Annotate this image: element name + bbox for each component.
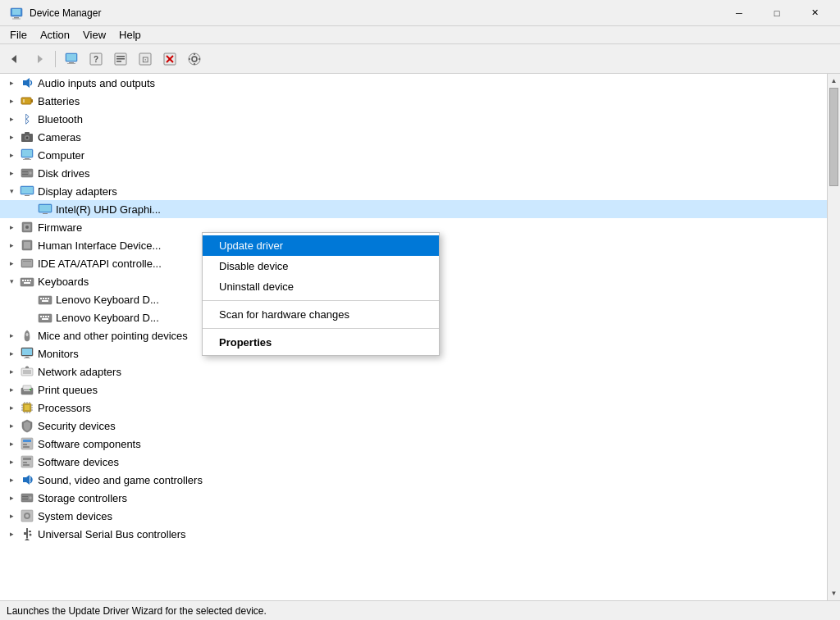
svg-rect-69	[42, 300, 48, 302]
svg-rect-91	[25, 405, 30, 410]
tree-item-securitydevices[interactable]: ▸Security devices	[0, 417, 827, 435]
scroll-up-arrow[interactable]: ▲	[828, 74, 841, 88]
tree-item-computer[interactable]: ▸Computer	[0, 146, 827, 164]
svg-rect-63	[24, 282, 30, 284]
expand-btn-cameras[interactable]: ▸	[5, 130, 18, 144]
context-menu-item-disable-device[interactable]: Disable device	[203, 256, 439, 276]
tree-item-bluetooth[interactable]: ▸ᛒBluetooth	[0, 110, 827, 128]
expand-btn-audio[interactable]: ▸	[5, 76, 18, 89]
menu-help[interactable]: Help	[112, 27, 148, 43]
close-button[interactable]: ✕	[796, 0, 833, 26]
tree-item-softwaredevices[interactable]: ▸Software devices	[0, 453, 827, 471]
svg-rect-109	[23, 458, 31, 460]
computer-button[interactable]	[60, 48, 83, 71]
label-systemdevices: System devices	[38, 510, 112, 522]
expand-btn-displayadapters[interactable]: ▾	[5, 185, 18, 198]
expand-btn-usb[interactable]: ▸	[5, 527, 18, 540]
svg-point-114	[29, 496, 32, 499]
expand-btn-processors[interactable]: ▸	[5, 401, 18, 414]
maximize-button[interactable]: □	[758, 0, 796, 26]
svg-rect-48	[39, 205, 51, 212]
expand-btn-storagecontrollers[interactable]: ▸	[5, 491, 18, 504]
scrollbar[interactable]: ▲ ▼	[827, 74, 840, 600]
svg-rect-73	[45, 316, 47, 317]
svg-rect-30	[23, 99, 25, 103]
tree-item-usb[interactable]: ▸Universal Serial Bus controllers	[0, 525, 827, 543]
svg-point-122	[30, 534, 32, 536]
context-menu-item-properties[interactable]: Properties	[203, 332, 439, 353]
tree-item-cameras[interactable]: ▸Cameras	[0, 128, 827, 146]
label-firmware: Firmware	[38, 221, 82, 234]
icon-inteluhd	[38, 202, 52, 217]
tree-item-audio[interactable]: ▸Audio inputs and outputs	[0, 74, 827, 92]
svg-rect-39	[23, 159, 31, 160]
expand-btn-keyboards[interactable]: ▾	[5, 275, 18, 288]
expand-btn-batteries[interactable]: ▸	[5, 94, 18, 107]
scroll-down-arrow[interactable]: ▼	[828, 586, 841, 600]
label-diskdrives: Disk drives	[38, 167, 90, 180]
expand-btn-bluetooth[interactable]: ▸	[5, 112, 18, 125]
svg-marker-5	[38, 55, 43, 63]
svg-rect-83	[23, 370, 31, 374]
tree-item-printqueues[interactable]: ▸Print queues	[0, 381, 827, 399]
back-button[interactable]	[3, 48, 26, 71]
expand-btn-securitydevices[interactable]: ▸	[5, 419, 18, 432]
icon-audio	[20, 75, 34, 90]
tree-item-systemdevices[interactable]: ▸System devices	[0, 507, 827, 525]
expand-btn-printqueues[interactable]: ▸	[5, 383, 18, 396]
expand-btn-firmware[interactable]: ▸	[5, 221, 18, 234]
icon-keyboards	[20, 274, 34, 289]
minimize-button[interactable]: ─	[720, 0, 758, 26]
label-hid: Human Interface Device...	[38, 239, 161, 252]
remove-button[interactable]	[158, 48, 181, 71]
tree-item-processors[interactable]: ▸Processors	[0, 399, 827, 417]
context-menu-item-uninstall-device[interactable]: Uninstall device	[203, 276, 439, 297]
tree-item-batteries[interactable]: ▸Batteries	[0, 92, 827, 110]
context-menu-item-update-driver[interactable]: Update driver	[203, 235, 439, 256]
expand-btn-sound[interactable]: ▸	[5, 473, 18, 486]
expand-btn-ide[interactable]: ▸	[5, 257, 18, 270]
icon-diskdrives	[20, 166, 34, 180]
expand-btn-networkadapters[interactable]: ▸	[5, 365, 18, 378]
svg-rect-46	[25, 195, 30, 196]
svg-rect-81	[24, 358, 30, 358]
tree-item-networkadapters[interactable]: ▸Network adapters	[0, 362, 827, 381]
context-menu-item-scan-changes[interactable]: Scan for hardware changes	[203, 304, 439, 325]
properties-button[interactable]	[109, 48, 132, 71]
expand-btn-softwarecomponents[interactable]: ▸	[5, 437, 18, 450]
toolbar-sep1	[55, 51, 56, 67]
menu-view[interactable]: View	[76, 27, 112, 43]
expand-btn-mice[interactable]: ▸	[5, 329, 18, 342]
svg-rect-72	[43, 316, 44, 317]
forward-button[interactable]	[28, 48, 51, 71]
label-batteries: Batteries	[38, 95, 80, 107]
scroll-track[interactable]	[828, 88, 840, 586]
tree-item-displayadapters[interactable]: ▾Display adapters	[0, 182, 827, 200]
tree-item-softwarecomponents[interactable]: ▸Software components	[0, 435, 827, 453]
icon-computer	[20, 148, 34, 162]
expand-btn-monitors[interactable]: ▸	[5, 347, 18, 360]
menu-action[interactable]: Action	[34, 27, 76, 43]
expand-btn-diskdrives[interactable]: ▸	[5, 166, 18, 180]
svg-rect-42	[22, 171, 28, 172]
update-driver-button[interactable]: ⊡	[134, 48, 157, 71]
context-menu-separator	[203, 300, 439, 301]
tree-item-storagecontrollers[interactable]: ▸Storage controllers	[0, 489, 827, 507]
scan-button[interactable]	[183, 48, 206, 71]
icon-lenovo1	[38, 292, 52, 307]
expand-btn-hid[interactable]: ▸	[5, 239, 18, 252]
svg-rect-68	[48, 298, 49, 299]
scroll-thumb[interactable]	[829, 88, 838, 186]
svg-rect-35	[25, 132, 30, 134]
tree-item-diskdrives[interactable]: ▸Disk drives	[0, 164, 827, 182]
help-button[interactable]: ?	[84, 48, 107, 71]
tree-item-inteluhd[interactable]: Intel(R) UHD Graphi...	[0, 200, 827, 218]
expand-btn-systemdevices[interactable]: ▸	[5, 509, 18, 522]
svg-rect-37	[22, 150, 32, 157]
expand-btn-computer[interactable]: ▸	[5, 148, 18, 162]
menu-file[interactable]: File	[3, 27, 34, 43]
icon-hid	[20, 238, 34, 253]
expand-btn-softwaredevices[interactable]: ▸	[5, 455, 18, 468]
tree-item-sound[interactable]: ▸Sound, video and game controllers	[0, 471, 827, 489]
svg-point-119	[25, 514, 29, 517]
